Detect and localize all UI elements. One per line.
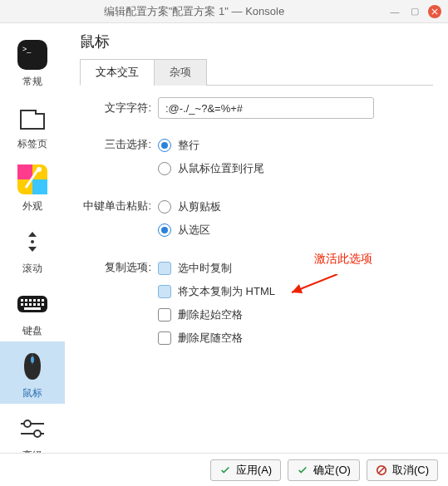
tab-text-interaction[interactable]: 文本交互	[80, 59, 155, 86]
radio-label: 从鼠标位置到行尾	[178, 161, 264, 176]
checkbox-icon	[158, 262, 171, 275]
svg-rect-20	[24, 307, 41, 310]
check-trim-trailing[interactable]: 删除尾随空格	[158, 326, 433, 350]
tab-icon	[14, 99, 51, 135]
word-chars-label: 文字字符:	[80, 97, 158, 115]
radio-label: 整行	[178, 138, 199, 153]
checkbox-icon	[158, 331, 171, 345]
apply-button[interactable]: 应用(A)	[210, 459, 281, 481]
svg-point-5	[37, 167, 42, 172]
cancel-button[interactable]: 取消(C)	[367, 459, 438, 481]
button-label: 应用(A)	[236, 463, 272, 478]
ok-button[interactable]: 确定(O)	[288, 459, 360, 481]
check-trim-leading[interactable]: 删除起始空格	[158, 303, 433, 326]
keyboard-icon	[14, 286, 51, 322]
annotation-text: 激活此选项	[314, 252, 372, 267]
sidebar: >_ 常规 标签页 外观 滚动 键盘	[0, 23, 65, 453]
check-icon	[297, 464, 308, 476]
sidebar-item-appearance[interactable]: 外观	[0, 155, 65, 217]
radio-icon	[158, 223, 171, 237]
svg-point-25	[34, 430, 41, 437]
radio-cursor-to-eol[interactable]: 从鼠标位置到行尾	[158, 157, 433, 180]
check-label: 删除尾随空格	[178, 331, 243, 346]
sidebar-item-general[interactable]: >_ 常规	[0, 30, 65, 92]
check-label: 删除起始空格	[178, 307, 243, 322]
check-icon	[219, 464, 231, 476]
sidebar-item-label: 鼠标	[22, 386, 42, 400]
page-title: 鼠标	[80, 32, 433, 52]
content-panel: 鼠标 文本交互 杂项 文字字符: 三击选择: 整行 从鼠标位置到行尾	[65, 23, 448, 453]
sidebar-item-label: 标签页	[17, 137, 47, 151]
radio-whole-line[interactable]: 整行	[158, 134, 433, 157]
svg-line-28	[378, 467, 384, 473]
svg-rect-18	[37, 303, 40, 306]
radio-label: 从剪贴板	[178, 199, 221, 214]
sidebar-item-label: 高级	[22, 449, 42, 453]
close-button[interactable]	[428, 5, 441, 18]
sidebar-item-label: 键盘	[22, 324, 42, 338]
button-label: 取消(C)	[392, 463, 429, 478]
check-label: 将文本复制为 HTML	[178, 284, 275, 299]
tab-misc[interactable]: 杂项	[154, 59, 207, 86]
window-title: 编辑配置方案"配置方案 1" — Konsole	[7, 4, 382, 19]
slider-icon	[14, 410, 51, 447]
svg-rect-3	[17, 164, 32, 179]
annotation-arrow-icon	[288, 274, 346, 299]
dialog-footer: 应用(A) 确定(O) 取消(C)	[0, 453, 448, 486]
sidebar-item-keyboard[interactable]: 键盘	[0, 279, 65, 341]
cancel-icon	[376, 464, 387, 476]
sidebar-item-label: 滚动	[22, 262, 42, 276]
terminal-icon: >_	[14, 37, 51, 73]
svg-rect-9	[25, 299, 27, 302]
sidebar-item-advanced[interactable]: 高级	[0, 404, 65, 453]
svg-line-26	[292, 274, 337, 292]
svg-rect-10	[29, 299, 32, 302]
radio-icon	[158, 139, 171, 152]
checkbox-icon	[158, 308, 171, 322]
word-chars-input[interactable]	[158, 97, 374, 119]
window-titlebar: 编辑配置方案"配置方案 1" — Konsole — ▢	[0, 0, 448, 23]
button-label: 确定(O)	[313, 463, 351, 478]
radio-icon	[158, 200, 171, 214]
sidebar-item-tabpage[interactable]: 标签页	[0, 92, 65, 155]
svg-rect-12	[37, 299, 40, 302]
sidebar-item-scroll[interactable]: 滚动	[0, 217, 65, 279]
copy-options-label: 复制选项:	[80, 257, 158, 275]
maximize-button[interactable]: ▢	[408, 5, 421, 18]
mouse-icon	[14, 348, 51, 385]
svg-rect-14	[21, 303, 23, 306]
check-label: 选中时复制	[178, 261, 232, 276]
tab-bar: 文本交互 杂项	[80, 58, 433, 86]
svg-rect-13	[42, 299, 44, 302]
sidebar-item-label: 外观	[22, 199, 42, 214]
radio-from-selection[interactable]: 从选区	[158, 218, 433, 242]
svg-rect-19	[42, 303, 44, 306]
svg-rect-11	[33, 299, 36, 302]
triple-click-label: 三击选择:	[80, 134, 158, 152]
scroll-icon	[14, 223, 51, 260]
checkbox-icon	[158, 285, 171, 298]
svg-rect-16	[29, 303, 32, 306]
middle-paste-label: 中键单击粘贴:	[80, 195, 158, 214]
minimize-button[interactable]: —	[388, 5, 401, 18]
appearance-icon	[14, 161, 51, 198]
svg-point-23	[24, 420, 31, 427]
svg-text:>_: >_	[22, 45, 32, 53]
svg-point-21	[31, 356, 34, 363]
radio-label: 从选区	[178, 223, 210, 238]
radio-from-clipboard[interactable]: 从剪贴板	[158, 195, 433, 218]
svg-rect-4	[32, 179, 47, 194]
svg-rect-17	[33, 303, 36, 306]
sidebar-item-mouse[interactable]: 鼠标	[0, 341, 65, 404]
svg-point-6	[31, 240, 34, 243]
sidebar-item-label: 常规	[22, 75, 42, 89]
svg-rect-8	[21, 299, 23, 302]
radio-icon	[158, 162, 171, 175]
svg-rect-15	[25, 303, 27, 306]
